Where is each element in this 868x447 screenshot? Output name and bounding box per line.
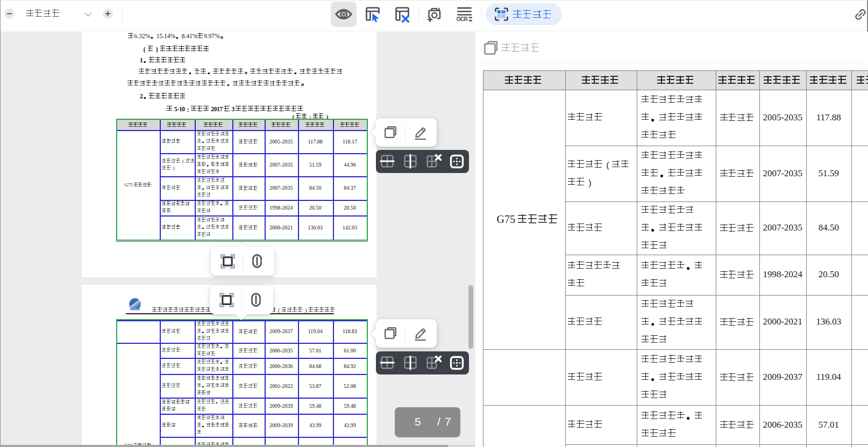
svg-text:OCR: OCR [457, 16, 468, 22]
svg-text:GUIZHOU: GUIZHOU [131, 308, 139, 311]
